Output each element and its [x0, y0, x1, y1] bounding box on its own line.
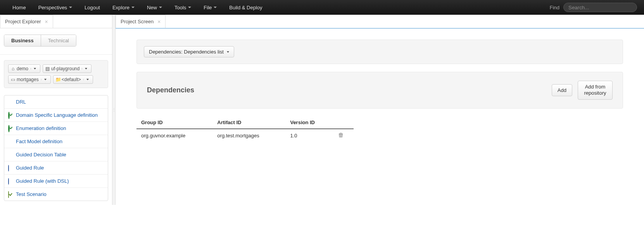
nav-file[interactable]: File [198, 2, 222, 14]
dependencies-table: Group ID Artifact ID Version ID org.guvn… [136, 116, 354, 142]
asset-label: DRL [16, 99, 26, 105]
tab-label: Project Screen [121, 19, 154, 24]
drl-icon [8, 99, 14, 105]
tab-project-explorer[interactable]: Project Explorer × [0, 15, 53, 28]
home-icon: ⌂ [10, 66, 16, 71]
section-title: Dependencies [147, 86, 194, 94]
cell-artifact-id: org.test.mortgages [212, 129, 285, 142]
close-icon[interactable]: × [45, 19, 48, 24]
section-dropdown-label: Dependencies: Dependencies list [149, 49, 224, 55]
asset-label: Guided Decision Table [16, 152, 66, 158]
trash-icon[interactable] [338, 133, 343, 139]
asset-label: Domain Specific Language definition [16, 112, 98, 118]
breadcrumb-box: ⌂ demo ▤ uf-playground ▭ mortgages 📁 <de… [4, 60, 108, 88]
crumb-org-label: demo [17, 66, 28, 71]
section-selector-card: Dependencies: Dependencies list [136, 40, 623, 64]
section-dropdown[interactable]: Dependencies: Dependencies list [144, 46, 234, 57]
caret-icon [85, 68, 87, 69]
nav-explore[interactable]: Explore [107, 2, 140, 14]
left-tabstrip: Project Explorer × [0, 15, 112, 28]
cell-group-id: org.guvnor.example [136, 129, 212, 142]
crumb-package-label: <default> [62, 77, 81, 82]
view-toggle: Business Technical [4, 35, 76, 47]
crumb-repo[interactable]: ▤ uf-playground [43, 64, 92, 73]
right-tabstrip: Project Screen × [116, 15, 644, 29]
asset-test-scenario[interactable]: Test Scenario [4, 187, 108, 201]
nav-tools[interactable]: Tools [169, 2, 197, 14]
asset-guided-rule-dsl[interactable]: Guided Rule (with DSL) [4, 174, 108, 187]
explorer-panel: Business Technical ⌂ demo ▤ uf-playgroun… [0, 28, 112, 205]
crumb-project[interactable]: ▭ mortgages [8, 75, 51, 84]
crumb-project-label: mortgages [17, 77, 39, 82]
close-icon[interactable]: × [157, 19, 161, 24]
nav-right: Find [550, 3, 637, 12]
project-icon: ▭ [10, 77, 16, 82]
cell-version-id: 1.0 [285, 129, 333, 142]
left-column: Project Explorer × Business Technical ⌂ … [0, 15, 112, 205]
pencil-icon [8, 139, 14, 144]
tab-label: Project Explorer [5, 19, 41, 24]
caret-icon [44, 79, 47, 80]
asset-enum[interactable]: Enumeration definition [4, 121, 108, 135]
asset-label: Guided Rule (with DSL) [16, 178, 69, 184]
caret-icon [214, 7, 217, 8]
table-header-row: Group ID Artifact ID Version ID [136, 116, 354, 129]
asset-label: Guided Rule [16, 165, 44, 171]
caret-icon [86, 79, 89, 80]
caret-icon [159, 7, 162, 8]
divider [0, 54, 112, 55]
crumb-package[interactable]: 📁 <default> [53, 75, 93, 84]
nav-left: Home Perspectives Logout Explore New Too… [7, 2, 268, 14]
nav-build-deploy[interactable]: Build & Deploy [224, 2, 268, 14]
add-button[interactable]: Add [552, 84, 572, 96]
table-row: org.guvnor.example org.test.mortgages 1.… [136, 129, 354, 142]
search-input[interactable] [563, 3, 637, 12]
project-screen-body: Dependencies: Dependencies list Dependen… [116, 29, 644, 153]
view-business-button[interactable]: Business [4, 35, 41, 46]
rule-icon [8, 165, 14, 171]
test-icon [8, 192, 14, 197]
crumb-repo-label: uf-playground [51, 66, 79, 71]
dependencies-header-card: Dependencies Add Add from repository [136, 72, 623, 109]
nav-perspectives[interactable]: Perspectives [33, 2, 78, 14]
caret-icon [188, 7, 191, 8]
asset-label: Test Scenario [16, 191, 47, 197]
col-group-id: Group ID [136, 116, 212, 129]
find-label: Find [550, 5, 559, 10]
asset-dsl[interactable]: Domain Specific Language definition [4, 108, 108, 121]
right-column: Project Screen × Dependencies: Dependenc… [116, 15, 644, 205]
asset-label: Fact Model definition [16, 139, 62, 144]
nav-logout[interactable]: Logout [79, 2, 105, 14]
pencil-icon [8, 152, 14, 158]
nav-new[interactable]: New [142, 2, 167, 14]
repo-icon: ▤ [45, 66, 50, 71]
caret-icon [34, 68, 36, 69]
splitter[interactable]: ⋮ [112, 15, 116, 205]
add-from-repository-button[interactable]: Add from repository [578, 81, 613, 100]
dsl-icon [8, 113, 14, 118]
col-actions [334, 116, 354, 129]
crumb-org[interactable]: ⌂ demo [8, 64, 40, 73]
nav-home[interactable]: Home [7, 2, 31, 14]
col-artifact-id: Artifact ID [212, 116, 285, 129]
caret-icon [69, 7, 72, 8]
asset-fact-model[interactable]: Fact Model definition [4, 135, 108, 148]
view-technical-button[interactable]: Technical [41, 35, 76, 46]
tab-project-screen[interactable]: Project Screen × [116, 15, 166, 28]
col-version-id: Version ID [285, 116, 333, 129]
caret-icon [227, 51, 229, 53]
asset-guided-decision-table[interactable]: Guided Decision Table [4, 148, 108, 161]
caret-icon [131, 7, 135, 8]
folder-icon: 📁 [55, 77, 60, 82]
grip-icon: ⋮ [112, 109, 116, 111]
workspace: Project Explorer × Business Technical ⌂ … [0, 15, 644, 205]
asset-guided-rule[interactable]: Guided Rule [4, 161, 108, 174]
enum-icon [8, 126, 14, 131]
asset-label: Enumeration definition [16, 125, 66, 131]
asset-list: DRL Domain Specific Language definition … [4, 95, 108, 201]
rule-icon [8, 178, 14, 184]
asset-drl[interactable]: DRL [4, 95, 108, 108]
top-navbar: Home Perspectives Logout Explore New Too… [0, 0, 644, 15]
